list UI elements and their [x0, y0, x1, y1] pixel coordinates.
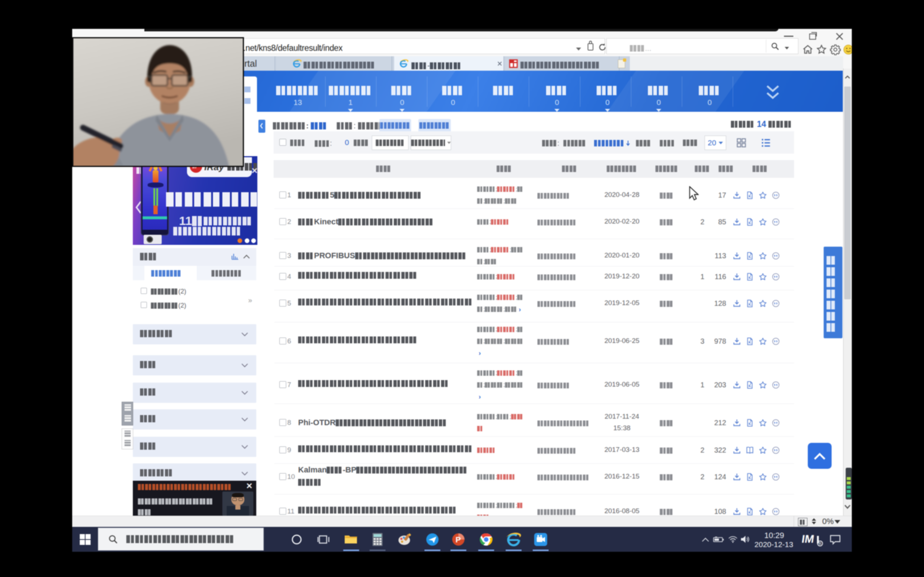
svg-text:B: B — [819, 541, 822, 546]
svg-text:IM: IM — [802, 533, 815, 545]
svg-text:P: P — [456, 535, 461, 544]
